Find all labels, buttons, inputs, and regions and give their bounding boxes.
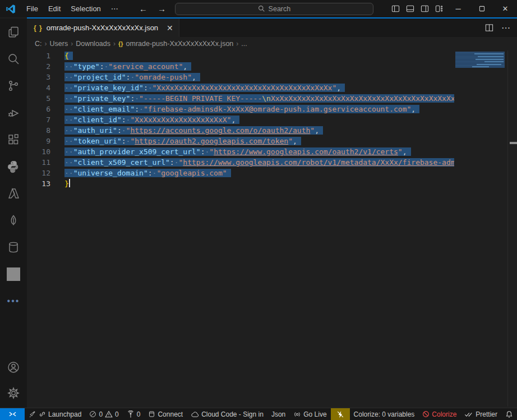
ports-count: 0 bbox=[137, 410, 141, 418]
code-line[interactable]: 7··"client_id":·"XxXxXxXxXxXxXxXxXxXxX", bbox=[27, 114, 454, 125]
menu-more[interactable]: ⋯ bbox=[106, 0, 123, 17]
token-str: "omrade-push" bbox=[135, 73, 192, 81]
tab-omrade-push-json[interactable]: { } omrade-push-XxXxXxXxXxXx.json ✕ bbox=[27, 19, 179, 37]
colorize-button[interactable]: Colorize bbox=[418, 408, 460, 420]
maximize-button[interactable] bbox=[470, 0, 493, 17]
line-number: 3 bbox=[27, 72, 50, 82]
token-ws: · bbox=[139, 105, 144, 113]
azure-icon[interactable] bbox=[7, 187, 20, 200]
vscode-window: File Edit Selection ⋯ ← → Search bbox=[0, 0, 517, 420]
run-debug-icon[interactable] bbox=[7, 106, 20, 119]
selection-highlight: ··"client_email":·"firebase-adminsdk-XxX… bbox=[64, 105, 419, 113]
menu-selection[interactable]: Selection bbox=[66, 0, 105, 17]
code-line[interactable]: 12··"universe_domain":·"googleapis.com" bbox=[27, 168, 454, 178]
explorer-icon[interactable] bbox=[7, 25, 20, 39]
settings-gear-icon[interactable] bbox=[7, 386, 20, 400]
overview-ruler[interactable] bbox=[507, 50, 517, 407]
tab-close-icon[interactable]: ✕ bbox=[167, 24, 173, 33]
minimap[interactable] bbox=[454, 50, 507, 407]
rocket-icon bbox=[29, 410, 36, 418]
activity-bar: ••• bbox=[0, 19, 27, 408]
python-icon[interactable] bbox=[7, 160, 20, 173]
line-number: 8 bbox=[27, 125, 50, 136]
close-window-button[interactable]: ✕ bbox=[493, 0, 517, 17]
ports-indicator[interactable]: 0 bbox=[123, 408, 145, 420]
launchpad-button[interactable]: Launchpad bbox=[25, 408, 85, 420]
connect-button[interactable]: Connect bbox=[144, 408, 187, 420]
code-line[interactable]: 11··"client_x509_cert_url":·"https://www… bbox=[27, 157, 454, 168]
token-str: "firebase-adminsdk-XxXxX@omrade-push.iam… bbox=[144, 105, 411, 113]
token-ws: ·· bbox=[64, 73, 73, 81]
editor-more-actions-icon[interactable]: ⋯ bbox=[501, 22, 510, 33]
token-str: "XxXxXxXxXxXxXxXxXxXxXxXxXxXxXxXxXxXxXxX… bbox=[153, 84, 337, 92]
line-number: 2 bbox=[27, 61, 50, 72]
vscode-logo-icon bbox=[4, 3, 17, 15]
extension-placeholder-icon[interactable] bbox=[7, 267, 20, 281]
prettier-status[interactable]: Prettier bbox=[460, 408, 501, 420]
back-arrow-icon[interactable]: ← bbox=[138, 4, 149, 13]
breadcrumb-symbol-tail[interactable]: ... bbox=[241, 40, 247, 48]
code-line[interactable]: 6··"client_email":·"firebase-adminsdk-Xx… bbox=[27, 104, 454, 114]
breadcrumb-drive[interactable]: C: bbox=[35, 40, 42, 48]
colorize-variables-status[interactable]: Colorize: 0 variables bbox=[350, 408, 419, 420]
split-editor-icon[interactable] bbox=[485, 24, 493, 32]
editor[interactable]: 1{2··"type":·"service_account",3··"proje… bbox=[27, 50, 517, 407]
line-number: 13 bbox=[27, 178, 50, 189]
lightning-toggle-button[interactable] bbox=[331, 408, 350, 420]
code-line[interactable]: 2··"type":·"service_account", bbox=[27, 61, 454, 72]
breadcrumb-users[interactable]: Users bbox=[50, 40, 68, 48]
extensions-icon[interactable] bbox=[7, 133, 20, 146]
remote-indicator[interactable] bbox=[0, 408, 25, 420]
token-key: "client_x509_cert_url" bbox=[73, 158, 170, 167]
go-live-label: Go Live bbox=[303, 410, 326, 418]
search-sidebar-icon[interactable] bbox=[7, 52, 20, 66]
launchpad-label: Launchpad bbox=[48, 410, 81, 418]
menu-edit[interactable]: Edit bbox=[43, 0, 66, 17]
minimize-button[interactable]: ─ bbox=[446, 0, 470, 17]
code-line[interactable]: 10··"auth_provider_x509_cert_url":·"http… bbox=[27, 146, 454, 157]
selection-highlight: ··"auth_uri":·"https://accounts.google.c… bbox=[64, 126, 323, 135]
account-icon[interactable] bbox=[7, 361, 20, 374]
selection-highlight: ··"private_key_id":·"XxXxXxXxXxXxXxXxXxX… bbox=[64, 84, 345, 92]
selection-highlight: ··"universe_domain":·"googleapis.com" bbox=[64, 169, 231, 177]
customize-layout-icon[interactable] bbox=[432, 0, 446, 17]
tab-label: omrade-push-XxXxXxXxXxXx.json bbox=[47, 24, 158, 32]
token-str: " bbox=[288, 137, 293, 145]
go-live-button[interactable]: Go Live bbox=[289, 408, 330, 420]
token-str: "googleapis.com" bbox=[156, 169, 227, 177]
code-line[interactable]: 9··"token_uri":·"https://oauth2.googleap… bbox=[27, 136, 454, 146]
cloud-code-button[interactable]: Cloud Code - Sign in bbox=[187, 408, 267, 420]
selection-highlight: ··"client_id":·"XxXxXxXxXxXxXxXxXxXxX", bbox=[64, 116, 239, 124]
lightning-off-icon bbox=[336, 410, 344, 418]
command-center-search[interactable]: Search bbox=[175, 3, 373, 15]
code-line[interactable]: 4··"private_key_id":·"XxXxXxXxXxXxXxXxXx… bbox=[27, 82, 454, 93]
toggle-primary-sidebar-icon[interactable] bbox=[388, 0, 403, 17]
breadcrumb-downloads[interactable]: Downloads bbox=[76, 40, 110, 48]
double-check-icon bbox=[464, 411, 473, 418]
language-mode-button[interactable]: Json bbox=[267, 408, 289, 420]
problems-indicator[interactable]: 0 0 bbox=[85, 408, 122, 420]
database-icon[interactable] bbox=[7, 241, 20, 254]
token-punct: , bbox=[411, 105, 416, 113]
warnings-count: 0 bbox=[115, 410, 119, 418]
code-line[interactable]: 13} bbox=[27, 178, 454, 189]
selection-highlight: ··"auth_provider_x509_cert_url":·"https:… bbox=[64, 147, 411, 156]
code-line[interactable]: 3··"project_id":·"omrade-push", bbox=[27, 72, 454, 82]
code-line[interactable]: 8··"auth_uri":·"https://accounts.google.… bbox=[27, 125, 454, 136]
token-str: " bbox=[310, 126, 315, 135]
mongodb-icon[interactable] bbox=[7, 214, 20, 227]
notifications-bell[interactable] bbox=[501, 408, 517, 420]
code-line[interactable]: 5··"private_key":·"-----BEGIN PRIVATE KE… bbox=[27, 93, 454, 104]
broadcast-icon bbox=[293, 410, 301, 418]
code-line[interactable]: 1{ bbox=[27, 50, 454, 61]
toggle-secondary-sidebar-icon[interactable] bbox=[417, 0, 432, 17]
token-key: "private_key" bbox=[73, 94, 131, 103]
toggle-panel-icon[interactable] bbox=[403, 0, 417, 17]
breadcrumb-filename[interactable]: omrade-push-XxXxXxXxXxXx.json bbox=[126, 40, 234, 48]
code-area[interactable]: 1{2··"type":·"service_account",3··"proje… bbox=[27, 50, 454, 189]
forward-arrow-icon[interactable]: → bbox=[156, 4, 167, 13]
menu-file[interactable]: File bbox=[21, 0, 43, 17]
source-control-icon[interactable] bbox=[7, 79, 20, 93]
additional-views-icon[interactable]: ••• bbox=[7, 294, 20, 308]
token-punct: : bbox=[122, 116, 126, 124]
